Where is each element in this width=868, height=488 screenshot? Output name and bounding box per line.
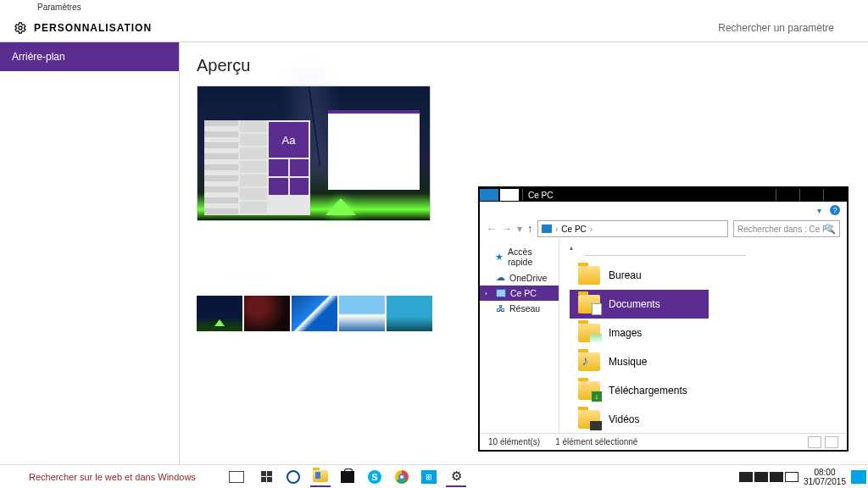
nav-forward-button[interactable]: → — [502, 223, 512, 235]
windows-icon — [261, 471, 272, 482]
taskbar-app-edge[interactable] — [283, 467, 303, 487]
cloud-icon: ☁ — [496, 272, 505, 283]
folder-icon — [578, 295, 600, 313]
background-thumb-2[interactable] — [244, 296, 290, 331]
settings-window-label: Paramètres — [0, 0, 868, 14]
address-input[interactable]: › Ce PC › — [537, 220, 728, 237]
store-icon — [341, 471, 354, 483]
view-details-button[interactable] — [808, 436, 821, 448]
folder-icon — [313, 470, 328, 482]
tray-icon-3[interactable] — [770, 472, 783, 482]
explorer-search-input[interactable]: Rechercher dans : Ce PC 🔍 — [733, 220, 840, 237]
breadcrumb-current[interactable]: Ce PC — [561, 225, 586, 234]
folder-documents[interactable]: Documents — [570, 290, 709, 319]
minimize-button[interactable] — [776, 189, 799, 201]
explorer-nav-pane: ›★Accès rapide ›☁OneDrive ›Ce PC ›🖧Résea… — [480, 239, 559, 433]
explorer-window[interactable]: Ce PC ▾ ? ← → ▾ ↑ › Ce PC › Rechercher d… — [478, 186, 849, 452]
nav-item-quick-access[interactable]: ›★Accès rapide — [480, 244, 559, 269]
background-thumb-5[interactable] — [387, 296, 432, 331]
explorer-icon — [480, 189, 498, 201]
edge-icon — [287, 470, 300, 484]
status-item-count: 10 élément(s) — [488, 437, 540, 446]
taskbar-app-windows[interactable] — [256, 467, 276, 487]
preview-tile-sample: Aa — [269, 122, 309, 158]
tray-icon-2[interactable] — [754, 472, 768, 482]
folder-videos[interactable]: Vidéos — [570, 405, 709, 433]
folder-icon — [578, 266, 600, 285]
nav-up-button[interactable]: ↑ — [527, 223, 532, 235]
explorer-title: Ce PC — [528, 191, 553, 200]
background-thumb-4[interactable] — [339, 296, 385, 331]
star-icon: ★ — [495, 252, 504, 263]
search-placeholder: Rechercher dans : Ce PC — [737, 225, 834, 234]
preview-heading: Aperçu — [197, 56, 851, 75]
manager-icon: ⊞ — [421, 470, 437, 484]
pc-icon — [496, 289, 506, 297]
ribbon-collapse-icon[interactable]: ▾ — [817, 206, 821, 215]
settings-sidebar: Arrière-plan — [0, 42, 180, 464]
nav-history-button[interactable]: ▾ — [517, 223, 522, 235]
taskbar-app-store[interactable] — [337, 467, 358, 487]
nav-item-network[interactable]: ›🖧Réseau — [480, 301, 559, 316]
explorer-content[interactable]: ▴ Bureau Documents Images ♪Musique ↓Télé… — [559, 239, 847, 433]
svg-point-0 — [19, 26, 22, 30]
quick-access-toolbar[interactable] — [500, 189, 519, 201]
action-center-button[interactable] — [851, 470, 866, 484]
folder-icon — [578, 324, 600, 342]
maximize-button[interactable] — [799, 189, 823, 201]
taskbar-search-input[interactable]: Rechercher sur le web et dans Windows — [0, 465, 220, 488]
taskbar-app-skype[interactable]: S — [364, 467, 385, 487]
skype-icon: S — [368, 470, 381, 484]
chrome-icon — [395, 470, 409, 484]
explorer-status-bar: 10 élément(s) 1 élément sélectionné — [480, 433, 847, 450]
view-large-button[interactable] — [825, 436, 838, 448]
status-selection: 1 élément sélectionné — [555, 437, 637, 446]
folder-telechargements[interactable]: ↓Téléchargements — [570, 376, 709, 405]
taskbar-app-explorer[interactable] — [310, 467, 331, 487]
sidebar-item-background[interactable]: Arrière-plan — [0, 42, 179, 71]
nav-item-onedrive[interactable]: ›☁OneDrive — [480, 269, 559, 286]
background-thumb-1[interactable] — [197, 296, 242, 331]
pc-icon — [542, 225, 552, 233]
settings-title-row: PERSONNALISATION Rechercher un paramètre — [0, 14, 868, 42]
gear-icon: ⚙ — [451, 469, 462, 484]
system-tray: 08:00 31/07/2015 — [739, 465, 868, 488]
preview-start-menu: Aa — [204, 120, 310, 215]
nav-back-button[interactable]: ← — [487, 223, 497, 235]
nav-item-this-pc[interactable]: ›Ce PC — [480, 286, 559, 301]
explorer-titlebar[interactable]: Ce PC — [480, 188, 847, 202]
taskbar: Rechercher sur le web et dans Windows S … — [0, 464, 868, 488]
explorer-address-bar: ← → ▾ ↑ › Ce PC › Rechercher dans : Ce P… — [480, 219, 847, 239]
folder-images[interactable]: Images — [570, 319, 709, 347]
folder-icon — [578, 410, 600, 429]
network-icon: 🖧 — [496, 303, 505, 313]
taskbar-app-settings[interactable]: ⚙ — [446, 467, 466, 487]
desktop-preview: Aa — [197, 86, 431, 221]
folder-icon: ↓ — [578, 381, 600, 400]
folder-bureau[interactable]: Bureau — [570, 261, 709, 290]
taskbar-clock[interactable]: 08:00 31/07/2015 — [804, 468, 846, 486]
sidebar-item-label: Arrière-plan — [12, 51, 65, 63]
tray-icon-4[interactable] — [785, 472, 798, 482]
tray-icon-1[interactable] — [739, 472, 753, 482]
settings-search-input[interactable]: Rechercher un paramètre — [718, 22, 834, 34]
help-icon[interactable]: ? — [830, 205, 840, 215]
settings-title: PERSONNALISATION — [34, 22, 152, 34]
taskbar-app-manager[interactable]: ⊞ — [419, 467, 439, 487]
search-icon: 🔍 — [824, 224, 836, 235]
close-button[interactable] — [823, 189, 847, 201]
background-thumb-3[interactable] — [292, 296, 337, 331]
task-view-button[interactable] — [229, 471, 244, 483]
folder-icon: ♪ — [578, 352, 600, 371]
preview-window — [328, 110, 420, 190]
group-collapse-icon[interactable]: ▴ — [570, 244, 847, 252]
folder-musique[interactable]: ♪Musique — [570, 347, 709, 376]
gear-icon — [14, 21, 27, 35]
taskbar-app-chrome[interactable] — [392, 467, 412, 487]
